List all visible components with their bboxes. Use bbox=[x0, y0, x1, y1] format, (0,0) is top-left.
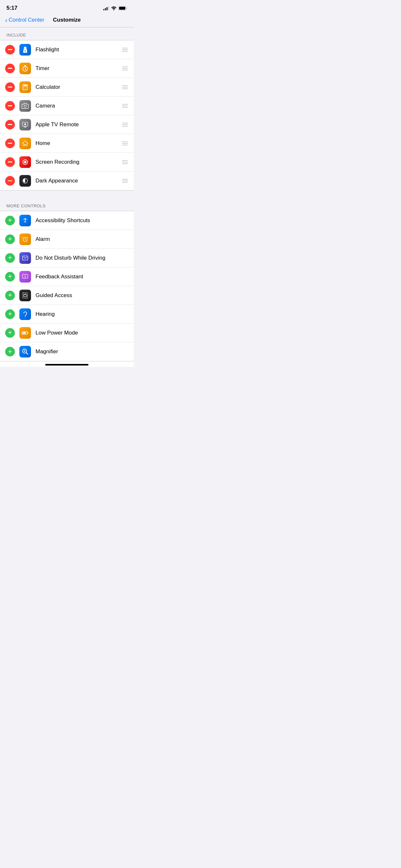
included-item-darkappearance: Dark Appearance bbox=[0, 172, 134, 190]
remove-button-home[interactable] bbox=[5, 138, 15, 148]
app-icon-lowpower bbox=[19, 327, 31, 339]
drag-handle-darkappearance[interactable] bbox=[121, 178, 128, 184]
item-label-magnifier: Magnifier bbox=[35, 348, 128, 355]
app-icon-camera bbox=[19, 100, 31, 112]
drag-handle-camera[interactable] bbox=[121, 103, 128, 109]
svg-rect-28 bbox=[24, 294, 27, 297]
item-label-calculator: Calculator bbox=[35, 84, 117, 90]
remove-button-screenrecording[interactable] bbox=[5, 157, 15, 167]
drag-handle-appletv[interactable] bbox=[121, 121, 128, 128]
svg-rect-3 bbox=[24, 46, 26, 49]
app-icon-screenrecording bbox=[19, 156, 31, 168]
back-button[interactable]: ‹ Control Center bbox=[5, 17, 44, 23]
drag-handle-timer[interactable] bbox=[121, 65, 128, 72]
svg-point-19 bbox=[24, 161, 26, 163]
app-icon-feedback bbox=[19, 271, 31, 283]
item-label-timer: Timer bbox=[35, 65, 117, 72]
back-chevron-icon: ‹ bbox=[5, 17, 7, 23]
included-item-appletv: Apple TV Remote bbox=[0, 115, 134, 134]
more-item-hearing: Hearing bbox=[0, 305, 134, 323]
nav-bar: ‹ Control Center Customize bbox=[0, 14, 134, 27]
svg-point-13 bbox=[24, 105, 26, 107]
app-icon-timer bbox=[19, 63, 31, 74]
svg-point-11 bbox=[25, 88, 26, 89]
nav-title: Customize bbox=[53, 17, 81, 23]
remove-button-darkappearance[interactable] bbox=[5, 176, 15, 186]
home-indicator bbox=[0, 361, 134, 367]
drag-handle-calculator[interactable] bbox=[121, 84, 128, 90]
add-button-donotdisturb[interactable] bbox=[5, 253, 15, 263]
drag-handle-flashlight[interactable] bbox=[121, 46, 128, 53]
remove-button-appletv[interactable] bbox=[5, 120, 15, 129]
svg-point-9 bbox=[26, 87, 27, 88]
svg-point-12 bbox=[26, 88, 27, 89]
item-label-screenrecording: Screen Recording bbox=[35, 159, 117, 165]
remove-button-timer[interactable] bbox=[5, 64, 15, 73]
app-icon-donotdisturb bbox=[19, 252, 31, 264]
included-item-calculator: Calculator bbox=[0, 78, 134, 97]
add-button-guidedaccess[interactable] bbox=[5, 290, 15, 300]
more-item-alarm: Alarm bbox=[0, 230, 134, 249]
status-time: 5:17 bbox=[6, 5, 18, 11]
app-icon-magnifier bbox=[19, 346, 31, 358]
item-label-camera: Camera bbox=[35, 103, 117, 109]
battery-icon bbox=[119, 6, 127, 10]
item-label-accessibility: Accessibility Shortcuts bbox=[35, 217, 128, 224]
more-controls-list: Accessibility Shortcuts Alarm Do Not Dis… bbox=[0, 211, 134, 361]
add-button-hearing[interactable] bbox=[5, 309, 15, 319]
item-label-donotdisturb: Do Not Disturb While Driving bbox=[35, 255, 128, 261]
more-item-donotdisturb: Do Not Disturb While Driving bbox=[0, 249, 134, 268]
status-icons bbox=[103, 6, 127, 10]
more-item-feedback: Feedback Assistant bbox=[0, 268, 134, 286]
app-icon-accessibility bbox=[19, 215, 31, 226]
app-icon-appletv bbox=[19, 119, 31, 130]
add-button-lowpower[interactable] bbox=[5, 328, 15, 338]
app-icon-guidedaccess bbox=[19, 290, 31, 301]
svg-rect-6 bbox=[24, 85, 27, 86]
item-label-darkappearance: Dark Appearance bbox=[35, 178, 117, 184]
signal-icon bbox=[103, 6, 109, 10]
svg-line-33 bbox=[26, 352, 28, 354]
include-section-header: INCLUDE bbox=[0, 27, 134, 40]
drag-handle-screenrecording[interactable] bbox=[121, 159, 128, 165]
included-item-home: Home bbox=[0, 134, 134, 153]
included-item-flashlight: Flashlight bbox=[0, 40, 134, 59]
item-label-flashlight: Flashlight bbox=[35, 46, 117, 53]
remove-button-flashlight[interactable] bbox=[5, 45, 15, 55]
item-label-feedback: Feedback Assistant bbox=[35, 274, 128, 280]
included-list: Flashlight Timer Calculator Camera Apple… bbox=[0, 40, 134, 190]
app-icon-flashlight bbox=[19, 44, 31, 56]
more-item-accessibility: Accessibility Shortcuts bbox=[0, 211, 134, 230]
more-controls-section-header: MORE CONTROLS bbox=[0, 198, 134, 211]
drag-handle-home[interactable] bbox=[121, 140, 128, 147]
app-icon-hearing bbox=[19, 308, 31, 320]
remove-button-calculator[interactable] bbox=[5, 82, 15, 92]
svg-point-17 bbox=[24, 123, 26, 125]
item-label-guidedaccess: Guided Access bbox=[35, 292, 128, 299]
more-item-lowpower: Low Power Mode bbox=[0, 323, 134, 342]
app-icon-home bbox=[19, 137, 31, 149]
svg-rect-23 bbox=[23, 256, 28, 260]
item-label-lowpower: Low Power Mode bbox=[35, 330, 128, 336]
add-button-accessibility[interactable] bbox=[5, 216, 15, 225]
item-label-appletv: Apple TV Remote bbox=[35, 121, 117, 128]
included-item-timer: Timer bbox=[0, 59, 134, 78]
svg-point-8 bbox=[25, 87, 26, 88]
included-item-camera: Camera bbox=[0, 97, 134, 115]
add-button-alarm[interactable] bbox=[5, 235, 15, 244]
home-bar bbox=[45, 364, 89, 366]
app-icon-calculator bbox=[19, 82, 31, 93]
svg-point-7 bbox=[24, 87, 24, 88]
remove-button-camera[interactable] bbox=[5, 101, 15, 111]
add-button-magnifier[interactable] bbox=[5, 347, 15, 356]
item-label-alarm: Alarm bbox=[35, 236, 128, 243]
app-icon-alarm bbox=[19, 234, 31, 245]
more-item-guidedaccess: Guided Access bbox=[0, 286, 134, 305]
status-bar: 5:17 bbox=[0, 0, 134, 14]
svg-rect-31 bbox=[23, 332, 26, 334]
svg-point-10 bbox=[24, 88, 24, 89]
add-button-feedback[interactable] bbox=[5, 272, 15, 282]
svg-rect-2 bbox=[119, 7, 125, 10]
more-item-magnifier: Magnifier bbox=[0, 342, 134, 361]
app-icon-darkappearance bbox=[19, 175, 31, 187]
